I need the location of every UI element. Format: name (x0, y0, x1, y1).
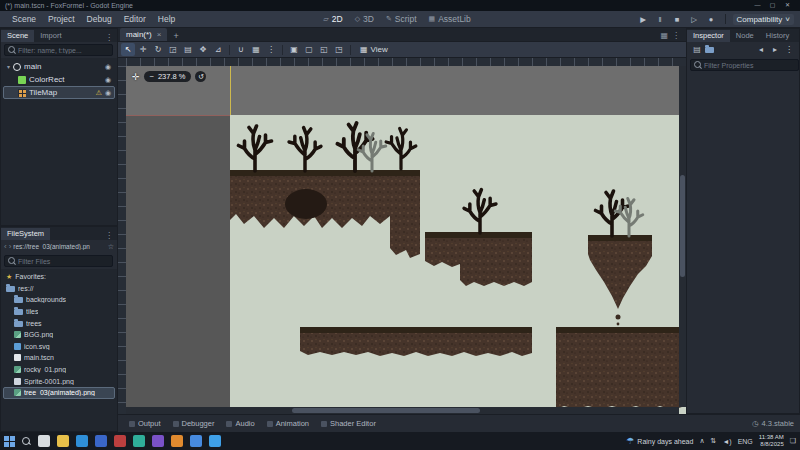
inspector-filter-input[interactable] (704, 62, 795, 69)
smart-snap-icon[interactable]: ∪ (234, 43, 248, 56)
action-center-icon[interactable]: ❏ (790, 437, 796, 445)
weather-widget[interactable]: ☂ Rainy days ahead (626, 436, 693, 446)
history-forward-icon[interactable]: ▸ (769, 45, 781, 54)
filesystem-filter-input[interactable] (18, 258, 109, 265)
taskbar-search-icon[interactable] (22, 437, 31, 446)
ruler-tool-icon[interactable]: ⊿ (211, 43, 225, 56)
warning-icon[interactable]: ⚠ (96, 89, 102, 97)
taskbar-app-icon[interactable] (171, 435, 183, 447)
file-rocky-png[interactable]: rocky_01.png (3, 364, 115, 376)
view-menu[interactable]: ▦ View (355, 45, 393, 54)
add-scene-tab-button[interactable]: + (167, 31, 184, 41)
scrollbar-thumb[interactable] (680, 175, 685, 277)
taskbar-app-icon[interactable] (76, 435, 88, 447)
tab-import[interactable]: Import (34, 30, 67, 42)
taskbar-app-icon[interactable] (38, 435, 50, 447)
zoom-reset-icon[interactable]: ↺ (195, 71, 206, 82)
menu-help[interactable]: Help (152, 14, 181, 24)
taskbar-app-icon[interactable] (114, 435, 126, 447)
tab-scene[interactable]: Scene (1, 30, 34, 42)
move-tool-icon[interactable]: ✛ (136, 43, 150, 56)
history-back-icon[interactable]: ◂ (755, 45, 767, 54)
scene-node-colorrect[interactable]: ColorRect ◉ (3, 73, 115, 86)
vertical-scrollbar[interactable] (679, 66, 686, 407)
workspace-3d-button[interactable]: ◇ 3D (355, 14, 374, 24)
menu-editor[interactable]: Editor (118, 14, 152, 24)
folder-trees[interactable]: trees (3, 317, 115, 329)
scene-dock-menu-icon[interactable]: ⋮ (101, 33, 117, 42)
scene-node-tilemap[interactable]: TileMap ⚠ ◉ (3, 86, 115, 99)
stop-button[interactable]: ■ (671, 15, 684, 24)
horizontal-scrollbar[interactable] (126, 407, 679, 414)
taskbar-app-icon[interactable] (95, 435, 107, 447)
taskbar-app-icon[interactable] (133, 435, 145, 447)
taskbar-app-icon[interactable] (209, 435, 221, 447)
close-tab-icon[interactable]: × (157, 30, 162, 39)
play-button[interactable]: ▶ (637, 15, 650, 24)
expander-icon[interactable]: ▾ (7, 63, 10, 70)
inspector-menu-icon[interactable]: ⋮ (783, 45, 795, 54)
maximize-button[interactable]: ▢ (765, 0, 780, 11)
pan-tool-icon[interactable]: ✥ (196, 43, 210, 56)
load-resource-icon[interactable] (705, 47, 714, 53)
focus-selection-icon[interactable]: ✛ (132, 72, 140, 82)
expand-panel-icon[interactable]: ▦ (660, 31, 668, 40)
tab-audio[interactable]: Audio (221, 419, 259, 428)
file-icon-svg[interactable]: icon.svg (3, 341, 115, 353)
hidden-icons-chevron[interactable]: ∧ (699, 437, 704, 445)
unlock-icon[interactable]: ▢ (302, 43, 316, 56)
folder-backgrounds[interactable]: backgrounds (3, 294, 115, 306)
minimize-button[interactable]: — (750, 0, 765, 11)
folder-res[interactable]: res:// (3, 283, 115, 295)
zoom-indicator[interactable]: − 237.8 % (144, 71, 192, 82)
taskbar-app-icon[interactable] (190, 435, 202, 447)
file-sprite-png[interactable]: Sprite-0001.png (3, 375, 115, 387)
tab-shader-editor[interactable]: Shader Editor (316, 419, 381, 428)
version-info[interactable]: ◷ 4.3.stable (752, 419, 794, 428)
scene-filter-input[interactable] (18, 47, 109, 54)
list-select-tool-icon[interactable]: ▤ (181, 43, 195, 56)
new-resource-icon[interactable]: ▤ (691, 45, 703, 54)
close-button[interactable]: ✕ (780, 0, 795, 11)
history-back-icon[interactable]: ‹ (4, 242, 7, 251)
workspace-assetlib-button[interactable]: ▦ AssetLib (429, 14, 471, 24)
file-tree03-png[interactable]: tree_03(animated).png (3, 387, 115, 399)
scene-tab-main[interactable]: main(*) × (120, 28, 167, 41)
play-scene-button[interactable]: ▷ (688, 15, 701, 24)
scene-node-main[interactable]: ▾ main ◉ (3, 60, 115, 73)
tab-filesystem[interactable]: FileSystem (1, 228, 50, 240)
lock-icon[interactable]: ▣ (287, 43, 301, 56)
taskbar-clock[interactable]: 11:38 AM 8/8/2025 (759, 434, 784, 448)
taskbar-app-icon[interactable] (57, 435, 69, 447)
workspace-script-button[interactable]: ✎ Script (386, 14, 417, 24)
tab-history[interactable]: History (760, 30, 795, 42)
tab-debugger[interactable]: Debugger (168, 419, 220, 428)
grid-snap-icon[interactable]: ▦ (249, 43, 263, 56)
menu-project[interactable]: Project (42, 14, 80, 24)
tab-inspector[interactable]: Inspector (687, 30, 730, 42)
language-indicator[interactable]: ENG (738, 438, 753, 445)
volume-icon[interactable]: ◄) (722, 438, 731, 445)
start-button[interactable] (4, 436, 15, 447)
filesystem-dock-menu-icon[interactable]: ⋮ (101, 231, 117, 240)
scene-tabs-menu-icon[interactable]: ⋮ (672, 31, 680, 40)
renderer-select[interactable]: Compatibility ˅ (733, 14, 794, 25)
snap-options-icon[interactable]: ⋮ (264, 43, 278, 56)
viewport-canvas[interactable] (118, 58, 686, 414)
tab-node[interactable]: Node (730, 30, 760, 42)
ungroup-icon[interactable]: ◳ (332, 43, 346, 56)
taskbar-app-icon[interactable] (152, 435, 164, 447)
folder-tiles[interactable]: tiles (3, 306, 115, 318)
history-forward-icon[interactable]: › (9, 242, 12, 251)
visibility-eye-icon[interactable]: ◉ (105, 63, 111, 71)
menu-debug[interactable]: Debug (81, 14, 118, 24)
select-tool-icon[interactable]: ↖ (121, 43, 135, 56)
movie-mode-button[interactable]: ● (705, 15, 718, 24)
workspace-2d-button[interactable]: ▱ 2D (323, 14, 342, 24)
visibility-eye-icon[interactable]: ◉ (105, 89, 111, 97)
file-main-tscn[interactable]: main.tscn (3, 352, 115, 364)
tab-animation[interactable]: Animation (262, 419, 314, 428)
pause-button[interactable]: ‖ (654, 15, 667, 24)
network-icon[interactable]: ⇅ (711, 437, 717, 445)
scrollbar-thumb[interactable] (292, 408, 480, 413)
